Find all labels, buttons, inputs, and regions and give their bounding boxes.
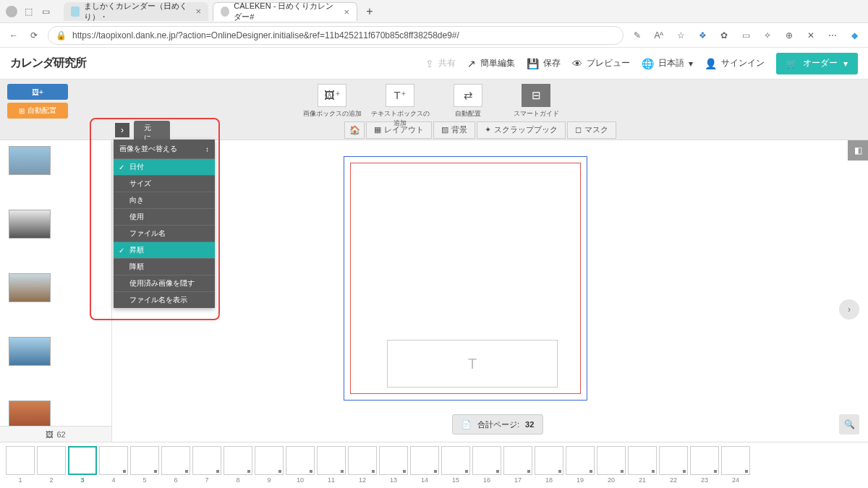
order-button[interactable]: 🛒オーダー▾ [776, 53, 858, 74]
image-thumbnail[interactable] [9, 273, 51, 302]
browser-tab-2[interactable]: CALEKEN - 日めくりカレンダー# × [213, 2, 357, 21]
add-textbox-button[interactable]: T⁺テキストボックスの追加 [370, 84, 430, 128]
add-image-quick-button[interactable]: 🖼+ [7, 84, 68, 100]
page-thumb-8[interactable]: 8 [224, 446, 252, 484]
workspace-icon[interactable]: ⬚ [22, 5, 35, 18]
cart-icon: 🛒 [786, 59, 797, 69]
save-button[interactable]: 💾保存 [527, 57, 561, 69]
panel-collapse-button[interactable]: › [115, 123, 129, 137]
sort-by-filename[interactable]: ファイル名 [114, 225, 215, 241]
image-thumbnail[interactable] [9, 401, 51, 429]
auto-layout-quick-button[interactable]: ⊞自動配置 [7, 103, 68, 119]
page-thumb-9[interactable]: 9 [255, 446, 284, 484]
next-page-button[interactable]: › [839, 299, 859, 320]
edit-icon[interactable]: ✎ [631, 29, 644, 42]
page-thumb-11[interactable]: 11 [317, 446, 346, 484]
page-thumb-18[interactable]: 18 [535, 446, 563, 484]
image-thumbnail[interactable] [9, 146, 51, 175]
close-icon[interactable]: × [195, 6, 201, 17]
profile-icon[interactable] [6, 6, 17, 17]
sort-by-date[interactable]: 日付 [114, 158, 215, 175]
tabs-icon[interactable]: ▭ [39, 5, 52, 18]
show-filename-toggle[interactable]: ファイル名を表示 [114, 291, 215, 308]
signin-button[interactable]: 👤サインイン [705, 57, 765, 69]
refresh-icon[interactable]: ⟳ [27, 29, 41, 42]
extension-icon[interactable]: ✿ [718, 29, 731, 42]
page-thumb-4[interactable]: 4 [99, 446, 128, 484]
text-size-icon[interactable]: Aᴬ [652, 29, 665, 42]
browser-tabbar: ⬚ ▭ ましかくカレンダー（日めくり）・ × CALEKEN - 日めくりカレン… [0, 0, 868, 23]
preview-button[interactable]: 👁プレビュー [572, 57, 630, 69]
more-icon[interactable]: ⋯ [826, 29, 839, 42]
share-icon: ⇪ [425, 58, 434, 69]
sort-by-usage[interactable]: 使用 [114, 208, 215, 225]
text-frame[interactable]: T [387, 340, 558, 388]
page-bleed: T [350, 163, 581, 394]
sort-desc[interactable]: 降順 [114, 258, 215, 275]
extension-icon[interactable]: ❖ [696, 29, 709, 42]
close-icon[interactable]: × [344, 7, 349, 17]
page-thumb-1[interactable]: 1 [6, 446, 35, 484]
image-thumbnail[interactable] [9, 337, 51, 366]
user-icon: 👤 [705, 58, 717, 69]
page-thumb-15[interactable]: 15 [441, 446, 470, 484]
page-thumb-16[interactable]: 16 [472, 446, 501, 484]
page-thumb-10[interactable]: 10 [286, 446, 315, 484]
easy-edit-button[interactable]: ↗簡単編集 [467, 57, 515, 69]
chevron-down-icon: ▾ [689, 59, 693, 69]
tab-mask[interactable]: ◻マスク [567, 121, 616, 139]
page-thumb-5[interactable]: 5 [130, 446, 159, 484]
collections-icon[interactable]: ▭ [739, 29, 752, 42]
page-thumb-17[interactable]: 17 [503, 446, 532, 484]
app-header: カレンダ研究所 ⇪共有 ↗簡単編集 💾保存 👁プレビュー 🌐日本語▾ 👤サインイ… [0, 48, 868, 80]
page-thumb-13[interactable]: 13 [379, 446, 408, 484]
sort-by-size[interactable]: サイズ [114, 175, 215, 192]
page-thumb-12[interactable]: 12 [348, 446, 377, 484]
edit-icon: ↗ [467, 58, 476, 69]
page-thumb-20[interactable]: 20 [597, 446, 626, 484]
add-imagebox-button[interactable]: 🖼⁺画像ボックスの追加 [302, 84, 362, 128]
sort-asc[interactable]: 昇順 [114, 241, 215, 258]
auto-layout-button[interactable]: ⇄自動配置 [438, 84, 498, 128]
page-thumbnails: 123456789101112131415161718192021222324 [0, 442, 868, 487]
page-thumb-23[interactable]: 23 [690, 446, 719, 484]
page-thumb-6[interactable]: 6 [161, 446, 190, 484]
page-thumb-2[interactable]: 2 [37, 446, 66, 484]
image-icon: 🖼 [46, 430, 54, 439]
right-panel-toggle[interactable]: ◧ [848, 140, 868, 160]
page-thumb-24[interactable]: 24 [721, 446, 750, 484]
sort-by-orientation[interactable]: 向き [114, 192, 215, 208]
save-icon: 💾 [527, 58, 539, 69]
extension-icon[interactable]: ✕ [804, 29, 817, 42]
page-thumb-19[interactable]: 19 [566, 446, 595, 484]
pages-icon: 📄 [461, 420, 472, 429]
page-thumb-22[interactable]: 22 [659, 446, 688, 484]
language-selector[interactable]: 🌐日本語▾ [642, 57, 693, 69]
new-tab-button[interactable]: + [362, 4, 378, 20]
page-thumb-3[interactable]: 3 [68, 446, 97, 484]
chevron-down-icon: ▾ [843, 59, 848, 69]
image-thumbnail[interactable] [9, 210, 51, 239]
canvas-area: ◧ T › 🔍 📄 合計ページ: 32 [112, 140, 868, 442]
extensions-icon[interactable]: ⊕ [783, 29, 796, 42]
page-thumb-14[interactable]: 14 [410, 446, 439, 484]
star-icon[interactable]: ☆ [674, 29, 687, 42]
smart-guide-button[interactable]: ⊟スマートガイド [506, 84, 566, 128]
page-thumb-7[interactable]: 7 [192, 446, 221, 484]
text-plus-icon: T⁺ [393, 89, 406, 102]
url-text: https://taopixonl.dank.ne.jp/?action=Onl… [72, 30, 459, 40]
page-thumb-21[interactable]: 21 [628, 446, 657, 484]
tab-title: ましかくカレンダー（日めくり）・ [84, 1, 192, 22]
zoom-button[interactable]: 🔍 [839, 414, 859, 435]
copilot-icon[interactable]: ◆ [848, 29, 861, 42]
browser-tab-1[interactable]: ましかくカレンダー（日めくり）・ × [64, 2, 208, 21]
back-icon[interactable]: ← [7, 29, 20, 42]
favorites-icon[interactable]: ✧ [761, 29, 774, 42]
tool-row: 🖼+ ⊞自動配置 🖼⁺画像ボックスの追加 T⁺テキストボックスの追加 ⇄自動配置… [0, 80, 868, 120]
hide-used-toggle[interactable]: 使用済み画像を隠す [114, 275, 215, 291]
url-input[interactable]: 🔒 https://taopixonl.dank.ne.jp/?action=O… [48, 26, 624, 45]
app-logo: カレンダ研究所 [10, 56, 86, 71]
calendar-page[interactable]: T [344, 156, 587, 401]
image-plus-icon: 🖼+ [32, 88, 43, 96]
share-button[interactable]: ⇪共有 [425, 57, 456, 69]
